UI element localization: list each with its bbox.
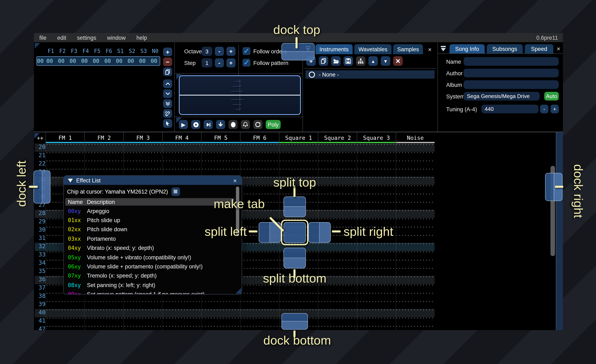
octave-plus-button[interactable]: + (226, 47, 236, 56)
play-button[interactable]: ▶ (179, 120, 188, 129)
order-cell[interactable]: 00 (90, 58, 102, 64)
order-cell[interactable]: 00 (79, 58, 90, 64)
step-value[interactable]: 1 (201, 58, 212, 67)
order-cell[interactable]: 00 (125, 58, 137, 64)
effect-row[interactable]: 01xx Pitch slide up (65, 216, 239, 225)
pattern-row[interactable]: 22 (35, 160, 435, 168)
octave-minus-button[interactable]: - (215, 47, 224, 56)
auto-system-button[interactable]: Auto (544, 92, 559, 101)
metronome-button[interactable] (241, 120, 250, 129)
order-cell[interactable]: 00 (44, 58, 55, 64)
effect-row[interactable]: 04xy Vibrato (x: speed; y: depth) (65, 243, 239, 253)
play-pattern-button[interactable] (191, 120, 200, 129)
repeat-pattern-button[interactable] (253, 120, 262, 129)
effect-row[interactable]: 00xy Arpeggio (65, 206, 239, 216)
menu-item[interactable]: help (136, 35, 147, 41)
pattern-row[interactable]: 40 (35, 309, 435, 317)
channel-header[interactable]: FM 2 (84, 132, 123, 143)
instrument-list-item[interactable]: - None - (305, 70, 435, 79)
follow-orders-checkbox[interactable]: ✓ (243, 47, 250, 55)
collapse-window-icon[interactable] (68, 178, 73, 182)
close-icon[interactable]: × (557, 45, 560, 52)
channel-header[interactable]: FM 4 (162, 132, 201, 143)
close-icon[interactable]: × (428, 46, 432, 53)
pattern-row[interactable]: 42 (35, 326, 435, 330)
make-tab-target[interactable] (283, 222, 306, 243)
collapse-panel-icon[interactable] (440, 46, 447, 52)
save-instrument-button[interactable] (343, 56, 353, 66)
channel-header[interactable]: Noise (396, 132, 435, 143)
close-icon[interactable]: × (233, 177, 237, 184)
channel-header[interactable]: Square 1 (279, 132, 318, 143)
system-select[interactable]: Sega Genesis/Mega Drive (463, 92, 540, 101)
step-row-button[interactable] (204, 120, 213, 129)
order-cell[interactable]: 00 (67, 58, 79, 64)
order-cell[interactable]: 00 (55, 58, 67, 64)
tuning-minus-button[interactable]: - (540, 105, 548, 113)
orders-selected-row[interactable]: 00 00000000000000000000 (37, 56, 160, 66)
menu-item[interactable]: edit (57, 35, 67, 41)
move-instrument-down-button[interactable]: ▼ (381, 56, 390, 66)
split-top-target[interactable] (283, 197, 306, 217)
effect-row[interactable]: 05xy Volume slide + vibrato (compatibili… (65, 253, 239, 262)
remove-order-button[interactable]: − (163, 58, 172, 66)
order-cell[interactable]: 00 (137, 58, 148, 64)
effect-row[interactable]: 07xy Tremolo (x: speed; y: depth) (65, 271, 239, 280)
resize-grip[interactable] (236, 288, 241, 294)
split-bottom-target[interactable] (283, 248, 306, 269)
order-cell[interactable]: 00 (113, 58, 125, 64)
dock-bottom-target[interactable] (282, 313, 308, 330)
effect-list-menu-button[interactable] (171, 187, 180, 196)
tab-subsongs[interactable]: Subsongs (487, 44, 523, 53)
open-instrument-button[interactable] (331, 56, 341, 66)
octave-value[interactable]: 3 (201, 47, 212, 56)
break-link-button[interactable] (163, 109, 172, 118)
move-instrument-up-button[interactable]: ▲ (368, 56, 378, 66)
menu-item[interactable]: settings (77, 35, 96, 41)
tab-instruments[interactable]: Instruments (315, 44, 353, 54)
dock-top-target[interactable] (282, 43, 314, 60)
channel-header[interactable]: FM 1 (45, 132, 84, 143)
order-edit-mode-button[interactable] (163, 119, 172, 128)
step-plus-button[interactable]: + (226, 58, 236, 67)
split-right-target[interactable] (308, 222, 331, 243)
instrument-type-button[interactable] (356, 56, 365, 66)
duplicate-order-button[interactable] (163, 67, 172, 76)
channel-header[interactable]: FM 3 (123, 132, 162, 143)
effect-list-titlebar[interactable]: Effect List × (64, 176, 242, 185)
pattern-row[interactable]: 21 (35, 152, 435, 160)
channel-header[interactable]: Square 2 (318, 132, 357, 143)
follow-pattern-checkbox[interactable]: ✓ (243, 59, 250, 67)
move-order-down-button[interactable] (163, 89, 172, 98)
add-order-button[interactable]: + (163, 48, 172, 56)
channel-header[interactable]: FM 6 (240, 132, 279, 143)
effect-row[interactable]: 08xy Set panning (x: left; y: right) (65, 280, 239, 290)
album-input[interactable] (463, 80, 559, 89)
tab-samples[interactable]: Samples (393, 44, 423, 54)
menu-item[interactable]: file (39, 35, 46, 41)
duplicate-instrument-button[interactable] (319, 56, 328, 66)
move-order-up-button[interactable] (163, 80, 172, 88)
step-minus-button[interactable]: - (215, 58, 224, 67)
tuning-plus-button[interactable]: + (551, 105, 559, 113)
author-input[interactable] (463, 69, 559, 77)
name-input[interactable] (463, 57, 559, 66)
menu-item[interactable]: window (107, 35, 126, 41)
delete-instrument-button[interactable]: ✕ (393, 56, 403, 66)
pattern-row[interactable]: 41 (35, 317, 435, 326)
stop-button[interactable] (216, 120, 225, 129)
channel-header[interactable]: FM 5 (201, 132, 240, 143)
pattern-row[interactable]: 39 (35, 301, 435, 309)
tuning-input[interactable]: 440 (481, 105, 538, 113)
pattern-row[interactable]: 20 (35, 144, 435, 152)
poly-button[interactable]: Poly (266, 120, 281, 129)
tab-speed[interactable]: Speed (525, 44, 553, 53)
pattern-corner-button[interactable]: ++ (35, 132, 45, 143)
order-cell[interactable]: 00 (148, 58, 160, 64)
record-button[interactable] (229, 120, 238, 129)
tab-wavetables[interactable]: Wavetables (354, 44, 392, 54)
deep-clone-order-button[interactable] (163, 99, 172, 108)
order-cell[interactable]: 00 (102, 58, 113, 64)
channel-header[interactable]: Square 3 (357, 132, 396, 143)
effect-row[interactable]: 06xy Volume slide + portamento (compatib… (65, 262, 239, 271)
